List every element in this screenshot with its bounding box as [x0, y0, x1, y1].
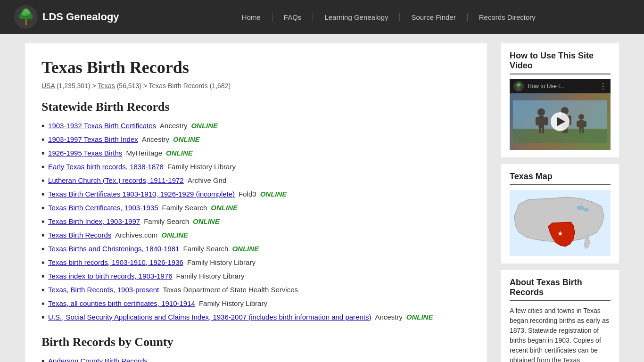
logo-text: LDS Genealogy — [42, 11, 119, 23]
video-logo-small — [513, 81, 524, 91]
video-image-area — [510, 93, 611, 150]
breadcrumb-sep2: > Texas Birth Records (1,682) — [143, 82, 231, 90]
svg-rect-1 — [25, 19, 27, 25]
breadcrumb: USA (1,235,301) > Texas (56,513) > Texas… — [41, 82, 471, 90]
online-badge: ONLINE — [406, 312, 433, 322]
record-source: Fold3 — [239, 189, 256, 199]
breadcrumb-texas-count: (56,513) — [117, 82, 141, 90]
svg-rect-34 — [582, 128, 584, 133]
record-link[interactable]: Early Texas birth records, 1838-1878 — [48, 162, 164, 172]
breadcrumb-usa-count: (1,235,301) — [57, 82, 91, 90]
main-nav: Home FAQs Learning Genealogy Source Find… — [148, 13, 630, 21]
record-source: Family History Library — [187, 257, 256, 267]
video-top-bar: How to Use t... ⋮ — [510, 79, 611, 93]
statewide-record-item: Texas index to birth records, 1903-1976 … — [41, 271, 471, 281]
record-link[interactable]: 1926-1995 Texas Births — [48, 148, 122, 158]
play-button[interactable] — [551, 112, 570, 131]
nav-learning[interactable]: Learning Genealogy — [313, 13, 400, 21]
online-badge: ONLINE — [260, 189, 287, 199]
record-source: Texas Department of State Health Service… — [163, 285, 298, 295]
about-section: About Texas Birth Records A few cities a… — [501, 270, 619, 362]
statewide-record-item: Early Texas birth records, 1838-1878 Fam… — [41, 162, 471, 172]
record-link[interactable]: Texas, all counties birth certificates, … — [48, 298, 195, 308]
site-header: LDS Genealogy Home FAQs Learning Genealo… — [0, 0, 644, 34]
record-source: Family Search — [183, 244, 229, 254]
county-record-item: Anderson County Birth Records — [41, 356, 471, 362]
map-section: Texas Map ★ — [501, 164, 619, 263]
nav-source[interactable]: Source Finder — [400, 13, 467, 21]
nav-home[interactable]: Home — [231, 13, 272, 21]
online-badge: ONLINE — [161, 230, 188, 240]
svg-rect-19 — [536, 117, 539, 125]
online-badge: ONLINE — [173, 134, 200, 144]
record-source: Ancestry — [160, 121, 187, 131]
svg-rect-21 — [539, 126, 541, 133]
record-link[interactable]: Texas Birth Certificates 1903-1910, 1926… — [48, 189, 235, 199]
sidebar: How to Use This Site Video — [501, 43, 619, 362]
video-title-text: How to Use t... — [528, 83, 595, 90]
video-thumbnail[interactable]: How to Use t... ⋮ — [510, 79, 611, 150]
statewide-record-item: Texas, all counties birth certificates, … — [41, 298, 471, 308]
statewide-record-item: Lutheran Church (Tex.) records, 1911-197… — [41, 175, 471, 185]
record-link[interactable]: Lutheran Church (Tex.) records, 1911-197… — [48, 175, 184, 185]
online-badge: ONLINE — [211, 203, 238, 213]
county-record-link[interactable]: Anderson County Birth Records — [48, 356, 148, 362]
online-badge: ONLINE — [191, 121, 218, 131]
breadcrumb-texas[interactable]: Texas — [98, 82, 115, 90]
record-source: Family History Library — [199, 298, 267, 308]
svg-rect-31 — [577, 121, 580, 127]
record-source: Archive Grid — [188, 175, 227, 185]
statewide-record-item: Texas, Birth Records, 1903-present Texas… — [41, 285, 471, 295]
online-badge: ONLINE — [193, 216, 220, 226]
statewide-record-item: 1926-1995 Texas Births MyHeritage ONLINE — [41, 148, 471, 158]
about-section-title: About Texas Birth Records — [510, 278, 611, 301]
statewide-records-list: 1903-1932 Texas Birth Certificates Ances… — [41, 121, 471, 322]
statewide-record-item: Texas Birth Records Archives.com ONLINE — [41, 230, 471, 240]
record-link[interactable]: 1903-1997 Texas Birth Index — [48, 134, 138, 144]
logo-area[interactable]: LDS Genealogy — [14, 5, 119, 29]
content-area: Texas Birth Records USA (1,235,301) > Te… — [16, 43, 628, 362]
record-link[interactable]: 1903-1932 Texas Birth Certificates — [48, 121, 156, 131]
statewide-record-item: Texas Birth Index, 1903-1997 Family Sear… — [41, 216, 471, 226]
record-link[interactable]: Texas Birth Index, 1903-1997 — [48, 216, 140, 226]
svg-rect-22 — [542, 126, 544, 133]
record-source: Archives.com — [115, 230, 157, 240]
record-link[interactable]: Texas Birth Records — [48, 230, 111, 240]
record-source: Family Search — [144, 216, 189, 226]
video-section: How to Use This Site Video — [501, 43, 619, 157]
map-section-title: Texas Map — [510, 172, 611, 185]
nav-records[interactable]: Records Directory — [468, 13, 547, 21]
statewide-record-item: U.S., Social Security Applications and C… — [41, 312, 471, 322]
breadcrumb-usa[interactable]: USA — [41, 82, 55, 90]
record-link[interactable]: Texas Births and Christenings, 1840-1981 — [48, 244, 180, 254]
svg-point-37 — [577, 206, 584, 210]
svg-point-8 — [24, 9, 28, 13]
record-link[interactable]: Texas birth records, 1903-1910, 1926-193… — [48, 257, 183, 267]
svg-point-38 — [583, 208, 589, 212]
record-source: MyHeritage — [126, 148, 162, 158]
svg-rect-10 — [518, 87, 519, 90]
county-section-title: Birth Records by County — [41, 335, 471, 349]
svg-point-14 — [518, 83, 520, 85]
usa-map-svg: ★ — [510, 190, 611, 256]
logo-icon — [14, 5, 38, 29]
online-badge: ONLINE — [166, 148, 193, 158]
county-records-list: Anderson County Birth RecordsAndrews Cou… — [41, 356, 471, 362]
nav-faqs[interactable]: FAQs — [272, 13, 314, 21]
svg-rect-32 — [583, 121, 586, 127]
statewide-record-item: 1903-1932 Texas Birth Certificates Ances… — [41, 121, 471, 131]
record-link[interactable]: Texas, Birth Records, 1903-present — [48, 285, 159, 295]
record-link[interactable]: U.S., Social Security Applications and C… — [48, 312, 371, 322]
record-link[interactable]: Texas index to birth records, 1903-1976 — [48, 271, 173, 281]
video-section-title: How to Use This Site Video — [510, 51, 611, 74]
statewide-section-title: Statewide Birth Records — [41, 100, 471, 114]
svg-point-17 — [537, 108, 545, 116]
record-source: Family Search — [162, 203, 207, 213]
about-text: A few cities and towns in Texas began re… — [510, 306, 611, 362]
main-content: Texas Birth Records USA (1,235,301) > Te… — [25, 43, 487, 362]
svg-text:★: ★ — [557, 230, 563, 237]
usa-map[interactable]: ★ — [510, 190, 611, 256]
video-inner: How to Use t... ⋮ — [510, 79, 611, 150]
record-source: Ancestry — [375, 312, 402, 322]
record-link[interactable]: Texas Birth Certificates, 1903-1935 — [48, 203, 158, 213]
